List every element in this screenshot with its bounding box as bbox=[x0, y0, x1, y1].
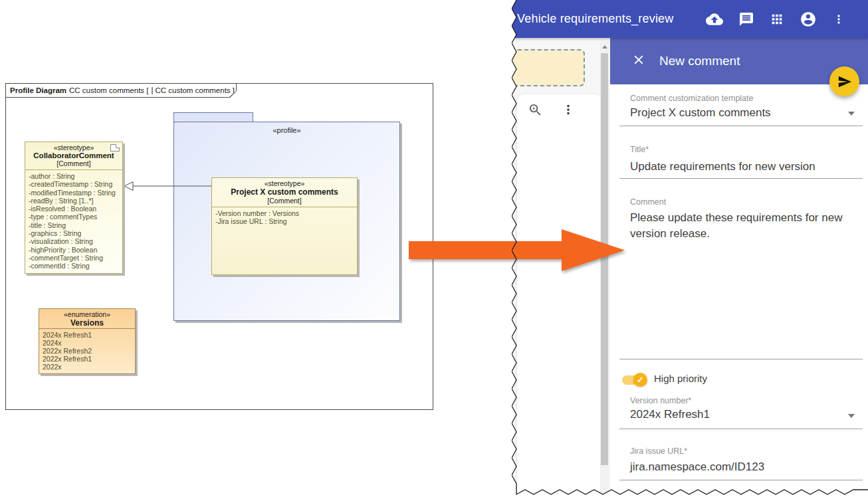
attribute: -commentId : String bbox=[29, 262, 119, 270]
note-icon bbox=[110, 144, 120, 151]
attribute: -modifiedTimestamp : String bbox=[29, 189, 119, 197]
comments-icon[interactable] bbox=[738, 11, 754, 27]
attribute: -isResolved : Boolean bbox=[29, 205, 119, 213]
profile-stereotype-label: «profile» bbox=[272, 126, 300, 134]
class-name: CollaboratorComment bbox=[27, 151, 121, 159]
template-field-label: Comment customization template bbox=[630, 94, 754, 103]
diagram-name-label: CC custom comments [ bbox=[69, 86, 149, 94]
attribute: -Jira issue URL : String bbox=[215, 217, 354, 225]
attribute: -author : String bbox=[29, 172, 119, 180]
enum-literal: 2022x bbox=[43, 363, 132, 371]
metaclass-label: [Comment] bbox=[213, 197, 356, 206]
enum-literal: 2022x Refresh1 bbox=[43, 355, 132, 363]
class-name: Project X custom comments bbox=[213, 187, 356, 197]
toggle-thumb-check-icon: ✓ bbox=[633, 373, 647, 387]
canvas-more-menu-icon[interactable] bbox=[561, 102, 576, 120]
attribute-list: -author : String-createdTimestamp : Stri… bbox=[25, 170, 122, 272]
attribute: -readBy : String [1..*] bbox=[29, 197, 119, 205]
attribute: -createdTimestamp : String bbox=[29, 180, 119, 188]
stereotype-collaboratorcomment: «stereotype» CollaboratorComment [Commen… bbox=[25, 142, 123, 274]
attribute: -visualization : String bbox=[29, 237, 119, 245]
high-priority-label: High priority bbox=[654, 373, 707, 384]
app-grid-icon[interactable] bbox=[770, 12, 784, 27]
extension-connector bbox=[124, 181, 211, 191]
project-title: Vehicle requirements_review bbox=[517, 12, 674, 26]
enum-literal: 2024x Refresh1 bbox=[43, 331, 132, 339]
stereotype-keyword: «enumeration» bbox=[41, 310, 134, 318]
callout-arrow bbox=[407, 227, 628, 274]
panel-title: New comment bbox=[659, 54, 740, 68]
profile-diagram-frame: Profile Diagram CC custom comments [ CC … bbox=[5, 83, 433, 410]
app-header-bar: Vehicle requirements_review bbox=[512, 0, 868, 38]
scrollbar-up-arrow[interactable] bbox=[602, 45, 607, 49]
enum-literal: 2022x Refresh2 bbox=[43, 347, 132, 355]
high-priority-toggle[interactable]: ✓ bbox=[622, 373, 649, 387]
send-icon bbox=[837, 74, 852, 89]
field-underline bbox=[619, 126, 863, 126]
stereotype-keyword: «stereotype» bbox=[213, 179, 356, 187]
more-menu-icon[interactable] bbox=[832, 13, 845, 26]
title-field-value[interactable]: Update requirements for new version bbox=[630, 160, 815, 173]
field-underline bbox=[619, 178, 863, 179]
attribute: -highPriority : Boolean bbox=[29, 246, 119, 254]
field-underline bbox=[619, 480, 863, 480]
attribute: -graphics : String bbox=[29, 229, 119, 237]
field-underline bbox=[619, 429, 863, 429]
account-icon[interactable] bbox=[800, 11, 817, 28]
jira-field-value[interactable]: jira.namespace.com/ID123 bbox=[630, 460, 764, 474]
version-dropdown-caret-icon[interactable] bbox=[848, 414, 855, 418]
title-field-label: Title* bbox=[630, 145, 649, 154]
version-field-label: Version number* bbox=[630, 396, 691, 405]
new-comment-panel: New comment Comment customization templa… bbox=[610, 38, 868, 496]
profile-package-tab bbox=[173, 112, 253, 122]
attribute: -commentTarget : String bbox=[29, 254, 119, 262]
jira-field-label: Jira issue URL* bbox=[630, 447, 687, 456]
cloud-upload-icon[interactable] bbox=[706, 11, 723, 28]
attribute: -type : commentTypes bbox=[29, 213, 119, 221]
stereotype-keyword: «stereotype» bbox=[27, 144, 121, 151]
diagram-title-tab: Profile Diagram CC custom comments [ CC … bbox=[5, 83, 237, 98]
attribute: -Version number : Versions bbox=[215, 209, 354, 217]
send-comment-button[interactable] bbox=[829, 66, 859, 96]
metaclass-label: [Comment] bbox=[27, 159, 121, 169]
selected-comment-shape[interactable] bbox=[506, 49, 585, 86]
literal-list: 2024x Refresh12024x2022x Refresh22022x R… bbox=[39, 329, 135, 373]
stereotype-projectx-comments: «stereotype» Project X custom comments [… bbox=[211, 177, 358, 275]
version-field-value[interactable]: 2024x Refresh1 bbox=[630, 408, 710, 421]
zoom-in-icon[interactable] bbox=[528, 102, 543, 120]
diagram-kind-icon bbox=[152, 87, 153, 94]
canvas-card bbox=[517, 94, 602, 500]
attribute-list: -Version number : Versions-Jira issue UR… bbox=[212, 207, 357, 227]
diagram-context-label: CC custom comments ] bbox=[156, 86, 235, 94]
attribute: -title : String bbox=[29, 221, 119, 229]
template-dropdown-caret-icon[interactable] bbox=[848, 112, 855, 116]
diagram-type-label: Profile Diagram bbox=[10, 86, 66, 94]
enum-literal: 2024x bbox=[43, 339, 132, 347]
field-underline bbox=[619, 359, 863, 359]
enumeration-versions: «enumeration» Versions 2024x Refresh1202… bbox=[39, 308, 136, 374]
comment-field-label: Comment bbox=[630, 197, 666, 207]
comment-field-value[interactable]: Please update these requirements for new… bbox=[630, 210, 864, 242]
enumeration-name: Versions bbox=[41, 318, 134, 328]
template-field-value[interactable]: Project X custom comments bbox=[630, 106, 771, 120]
close-icon[interactable] bbox=[631, 52, 646, 70]
